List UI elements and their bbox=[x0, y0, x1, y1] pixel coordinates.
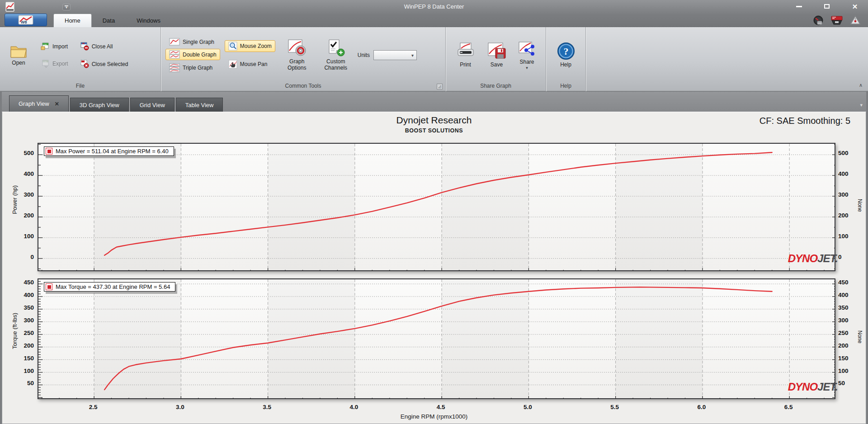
tab-windows[interactable]: Windows bbox=[126, 14, 171, 27]
power-series-swatch-icon bbox=[46, 148, 52, 155]
mouse-pan-label: Mouse Pan bbox=[240, 61, 268, 67]
torque-y-tick-label: 350 bbox=[6, 304, 34, 311]
power-y-tick-label: 200 bbox=[6, 212, 34, 219]
maximize-button[interactable] bbox=[818, 2, 835, 11]
collapse-ribbon-button[interactable]: ∧ bbox=[859, 82, 863, 88]
torque-y-tick-label: 50 bbox=[6, 380, 34, 386]
network-status-icon[interactable] bbox=[850, 15, 861, 25]
grid-view-label: Grid View bbox=[140, 102, 165, 108]
winpep-logo-icon: W8 bbox=[18, 15, 33, 25]
single-graph-button[interactable]: Single Graph bbox=[165, 37, 220, 47]
share-label: Share bbox=[519, 59, 534, 66]
file-group-label: File bbox=[0, 81, 160, 91]
common-tools-label-text: Common Tools bbox=[285, 83, 321, 89]
double-graph-button[interactable]: Double Graph bbox=[165, 49, 220, 60]
power-right-tick-label: 300 bbox=[838, 191, 866, 198]
graph-options-label: Graph Options bbox=[283, 59, 311, 71]
single-graph-label: Single Graph bbox=[183, 39, 214, 45]
maximize-icon bbox=[824, 4, 830, 9]
export-button[interactable]: CSV Export bbox=[37, 58, 72, 69]
svg-text:CSV: CSV bbox=[43, 61, 47, 63]
close-tab-icon[interactable]: ✕ bbox=[55, 101, 59, 107]
torque-right-tick-label: 450 bbox=[838, 279, 866, 286]
graph-title: Dynojet Research bbox=[2, 115, 866, 126]
power-y-tick-label: 0 bbox=[6, 254, 34, 260]
torque-y-tick-label: 300 bbox=[6, 317, 34, 324]
import-button[interactable]: CSV Import bbox=[37, 41, 72, 52]
winpep-device-icon[interactable] bbox=[831, 15, 843, 25]
mouse-zoom-button[interactable]: Mouse Zoom bbox=[225, 40, 275, 52]
title-bar[interactable]: ▾ WinPEP 8 Data Center ✕ bbox=[0, 0, 868, 14]
torque-plot-area[interactable] bbox=[38, 278, 835, 399]
save-button[interactable]: Save bbox=[484, 39, 509, 71]
torque-legend[interactable]: Max Torque = 437.30 at Engine RPM = 5.64 bbox=[44, 282, 175, 292]
winpep-window: ▾ WinPEP 8 Data Center ✕ W8 Home Data Wi… bbox=[0, 0, 868, 424]
tab-grid-view[interactable]: Grid View bbox=[130, 98, 175, 112]
3d-graph-view-label: 3D Graph View bbox=[80, 102, 119, 108]
x-tick-label: 5.5 bbox=[604, 404, 626, 410]
svg-text:?: ? bbox=[563, 46, 568, 57]
print-button[interactable]: Print bbox=[452, 39, 480, 71]
print-label: Print bbox=[460, 62, 471, 68]
tab-graph-view[interactable]: Graph View ✕ bbox=[9, 95, 69, 112]
dialog-launcher-button[interactable]: ◿ bbox=[437, 84, 443, 90]
mouse-pan-button[interactable]: Mouse Pan bbox=[225, 58, 275, 70]
close-selected-button[interactable]: Close Selected bbox=[76, 58, 132, 70]
application-menu-button[interactable]: W8 bbox=[5, 14, 47, 26]
x-tick-label: 3.0 bbox=[169, 404, 191, 410]
power-legend[interactable]: Max Power = 511.04 at Engine RPM = 6.40 bbox=[44, 146, 174, 156]
ribbon-tab-strip: W8 Home Data Windows bbox=[0, 14, 868, 27]
share-icon bbox=[518, 41, 536, 57]
torque-y-tick-label: 250 bbox=[6, 330, 34, 336]
minimize-icon bbox=[796, 6, 802, 7]
custom-channels-button[interactable]: Custom Channels bbox=[319, 36, 353, 74]
close-button[interactable]: ✕ bbox=[846, 2, 863, 11]
help-button[interactable]: ? Help bbox=[553, 39, 579, 71]
x-tick-label: 2.5 bbox=[82, 404, 104, 410]
power-right-tick-label: 400 bbox=[838, 170, 866, 177]
help-group-label: Help bbox=[546, 81, 585, 91]
view-tab-strip: Graph View ✕ 3D Graph View Grid View Tab… bbox=[2, 92, 866, 112]
close-all-label: Close All bbox=[92, 43, 113, 50]
share-button[interactable]: Share ▾ bbox=[514, 38, 540, 72]
common-tools-group-label: Common Tools ◿ bbox=[161, 81, 445, 91]
dyno-gauge-icon[interactable] bbox=[813, 15, 824, 26]
save-label: Save bbox=[491, 62, 503, 68]
tab-table-view[interactable]: Table View bbox=[176, 98, 223, 112]
torque-series-swatch-icon bbox=[46, 283, 52, 290]
tab-home[interactable]: Home bbox=[53, 14, 92, 27]
units-dropdown[interactable]: ▾ bbox=[373, 50, 417, 60]
torque-y-tick-label: 450 bbox=[6, 279, 34, 286]
graph-options-button[interactable]: Graph Options bbox=[280, 36, 314, 74]
power-y-tick-label: 500 bbox=[6, 150, 34, 156]
power-plot-area[interactable] bbox=[38, 143, 835, 271]
torque-right-tick-label: 150 bbox=[838, 355, 866, 362]
power-right-tick-label: 500 bbox=[838, 150, 866, 156]
tab-overflow-button[interactable]: ▾ bbox=[860, 102, 863, 108]
triple-graph-button[interactable]: Triple Graph bbox=[165, 62, 220, 74]
ribbon-group-share-graph: Print Save Share ▾ Share Graph bbox=[446, 27, 546, 91]
close-all-button[interactable]: Close All bbox=[76, 41, 132, 52]
torque-right-tick-label: 300 bbox=[838, 317, 866, 324]
tab-data[interactable]: Data bbox=[92, 14, 126, 27]
help-label: Help bbox=[560, 62, 571, 68]
torque-y-tick-label: 150 bbox=[6, 355, 34, 362]
svg-text:CSV: CSV bbox=[43, 43, 47, 46]
torque-right-tick-label: 200 bbox=[838, 342, 866, 349]
svg-text:W8: W8 bbox=[21, 20, 27, 24]
open-label: Open bbox=[12, 60, 25, 66]
window-header: ▾ WinPEP 8 Data Center ✕ W8 Home Data Wi… bbox=[0, 0, 868, 27]
torque-right-tick-label: 350 bbox=[838, 304, 866, 311]
triple-graph-icon bbox=[169, 63, 180, 72]
torque-y-tick-label: 100 bbox=[6, 367, 34, 374]
ribbon-group-file: Open CSV Import CSV Export Close All bbox=[0, 27, 161, 91]
status-icons bbox=[813, 15, 861, 26]
magnifier-icon bbox=[228, 42, 237, 51]
dynojet-logo-right: JET. bbox=[817, 381, 838, 393]
minimize-button[interactable] bbox=[790, 2, 807, 11]
close-all-icon bbox=[80, 42, 89, 51]
ribbon-group-help: ? Help Help bbox=[546, 27, 586, 91]
tab-3d-graph-view[interactable]: 3D Graph View bbox=[70, 98, 129, 112]
open-button[interactable]: Open bbox=[5, 41, 33, 69]
x-tick-label: 6.5 bbox=[778, 404, 799, 410]
